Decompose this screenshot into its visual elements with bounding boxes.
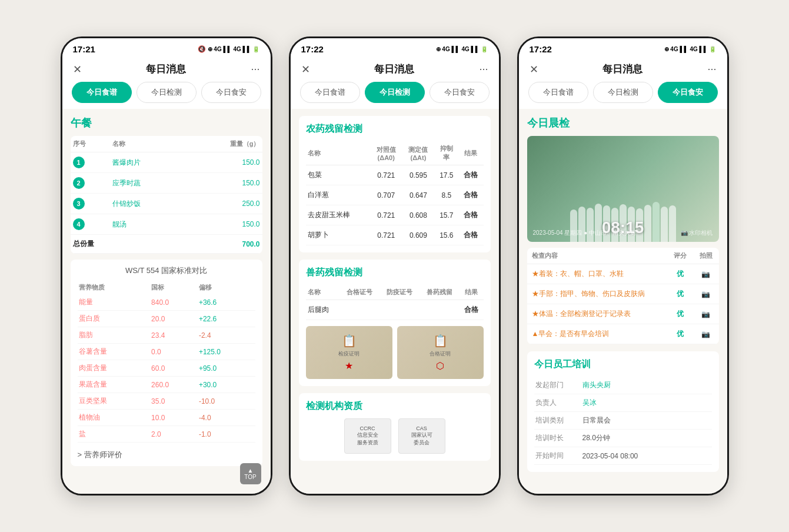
std-offset: -10.0 xyxy=(198,393,255,410)
time-3: 17:22 xyxy=(530,44,552,54)
cert-logos: CCRC信息安全服务资质 CAS国家认可委员会 xyxy=(306,418,484,454)
p-col-name: 名称 xyxy=(306,141,370,165)
more-icon-3[interactable]: ··· xyxy=(707,63,716,75)
check-row: ★手部：指甲、饰物、伤口及皮肤病 优 📷 xyxy=(527,284,719,304)
meal-name: 靓汤 xyxy=(110,214,184,235)
tab-detect-1[interactable]: 今日检测 xyxy=(137,82,197,103)
v-cert xyxy=(339,300,379,320)
p-ref: 0.721 xyxy=(370,225,402,245)
header-title-3: 每日消息 xyxy=(602,62,642,76)
tab-safety-2[interactable]: 今日食安 xyxy=(430,82,490,103)
std-name: 豆类坚果 xyxy=(78,393,151,410)
check-table: 检查内容 评分 拍照 ★着装：衣、帽、口罩、水鞋 优 📷 ★手部：指甲、饰物、伤… xyxy=(527,248,719,344)
p-inhibit: 15.7 xyxy=(434,205,458,225)
tab-recipe-1[interactable]: 今日食谱 xyxy=(72,82,132,103)
tab-recipe-3[interactable]: 今日食谱 xyxy=(528,82,588,103)
content-2: 农药残留检测 名称 对照值(ΔA0) 测定值(ΔAt) 抑制率 结果 包菜 0.… xyxy=(291,109,499,494)
p-name: 包菜 xyxy=(306,165,370,185)
std-row: 蛋白质 20.0 +22.6 xyxy=(78,311,255,327)
p-name: 胡萝卜 xyxy=(306,225,370,245)
std-offset: +125.0 xyxy=(198,344,255,360)
p-ref: 0.721 xyxy=(370,165,402,185)
time-2: 17:22 xyxy=(301,44,324,54)
std-national: 23.4 xyxy=(150,327,198,344)
std-name: 果蔬含量 xyxy=(78,377,151,393)
meal-weight: 150.0 xyxy=(184,152,262,173)
p-col-inhib: 抑制率 xyxy=(434,141,458,165)
top-button-1[interactable]: ▲TOP xyxy=(240,463,261,484)
std-row: 果蔬含量 260.0 +30.0 xyxy=(78,377,255,393)
p-inhibit: 8.5 xyxy=(434,185,458,205)
std-national: 35.0 xyxy=(150,393,198,410)
header-1: ✕ 每日消息 ··· xyxy=(62,58,271,82)
cert-logo-2: CAS国家认可委员会 xyxy=(398,418,445,454)
detect-images: 📋 检疫证明 ★ 📋 合格证明 ⬡ xyxy=(306,326,484,379)
tabs-3: 今日食谱 今日检测 今日食安 xyxy=(519,82,727,109)
std-name: 肉蛋含量 xyxy=(78,360,151,377)
p-result: 合格 xyxy=(458,205,483,225)
training-label: 负责人 xyxy=(534,394,581,412)
training-value: 日常晨会 xyxy=(581,412,712,430)
tab-recipe-2[interactable]: 今日食谱 xyxy=(300,82,360,103)
content-3: 今日晨检 08:15 xyxy=(519,109,727,494)
status-bar-1: 17:21 🔇 ⊕ 4G ▌▌ 4G ▌▌ 🔋 xyxy=(62,38,271,58)
meal-name: 应季时蔬 xyxy=(110,173,184,194)
v-col-result: 结果 xyxy=(460,285,484,300)
std-name: 蛋白质 xyxy=(78,311,151,327)
status-icons-1: 🔇 ⊕ 4G ▌▌ 4G ▌▌ 🔋 xyxy=(198,45,260,53)
close-icon-2[interactable]: ✕ xyxy=(301,63,310,76)
tab-safety-3[interactable]: 今日食安 xyxy=(658,82,718,103)
meal-name: 什锦炒饭 xyxy=(110,194,184,214)
status-bar-2: 17:22 ⊕ 4G ▌▌ 4G ▌▌ 🔋 xyxy=(291,38,499,58)
std-national: 260.0 xyxy=(150,377,198,393)
status-bar-3: 17:22 ⊕ 4G ▌▌ 4G ▌▌ 🔋 xyxy=(519,38,727,58)
p-measured: 0.609 xyxy=(402,225,435,245)
more-icon-1[interactable]: ··· xyxy=(251,63,259,75)
check-photo: 📷 xyxy=(693,264,719,284)
cert-section: 检测机构资质 CCRC信息安全服务资质 CAS国家认可委员会 xyxy=(299,393,491,461)
meal-row: 1 酱爆肉片 150.0 xyxy=(71,152,262,173)
p-result: 合格 xyxy=(458,165,483,185)
training-value: 2023-05-04 08:00 xyxy=(581,447,712,465)
tab-safety-1[interactable]: 今日食安 xyxy=(201,82,261,103)
more-icon-2[interactable]: ··· xyxy=(479,63,488,75)
check-row: ★体温：全部检测登记于记录表 优 📷 xyxy=(527,304,719,324)
standard-title: WS/T 554 国家标准对比 xyxy=(78,265,255,276)
tab-detect-3[interactable]: 今日检测 xyxy=(593,82,653,103)
close-icon-3[interactable]: ✕ xyxy=(530,63,538,76)
check-score: 优 xyxy=(667,304,693,324)
check-label: ★体温：全部检测登记于记录表 xyxy=(527,304,668,324)
phone-3: 17:22 ⊕ 4G ▌▌ 4G ▌▌ 🔋 ✕ 每日消息 ··· 今日食谱 今日… xyxy=(517,36,729,496)
meal-weight: 250.0 xyxy=(184,194,262,214)
nutrition-eval[interactable]: > 营养师评价 xyxy=(78,450,255,460)
pesticide-row: 包菜 0.721 0.595 17.5 合格 xyxy=(306,165,484,185)
std-row: 豆类坚果 35.0 -10.0 xyxy=(78,393,255,410)
std-offset: +36.6 xyxy=(198,294,255,311)
col-weight: 重量（g） xyxy=(184,136,262,152)
standard-section: WS/T 554 国家标准对比 营养物质 国标 偏移 能量 840.0 +36.… xyxy=(71,260,262,466)
meal-table: 序号 名称 重量（g） 1 酱爆肉片 150.0 2 应季时蔬 150.0 3 … xyxy=(71,136,262,254)
pesticide-row: 胡萝卜 0.721 0.609 15.6 合格 xyxy=(306,225,484,245)
p-col-ref: 对照值(ΔA0) xyxy=(370,141,402,165)
cert-section-title: 检测机构资质 xyxy=(306,400,484,413)
training-label: 开始时间 xyxy=(534,447,581,465)
close-icon-1[interactable]: ✕ xyxy=(73,63,82,76)
std-national: 10.0 xyxy=(150,410,198,426)
cert-image-1: 📋 检疫证明 ★ xyxy=(306,326,392,379)
phones-container: 17:21 🔇 ⊕ 4G ▌▌ 4G ▌▌ 🔋 ✕ 每日消息 ··· 今日食谱 … xyxy=(61,36,729,496)
tab-detect-2[interactable]: 今日检测 xyxy=(365,82,425,103)
training-table: 发起部门 南头央厨 负责人 吴冰 培训类别 日常晨会 培训时长 28.0分钟 开… xyxy=(534,377,712,465)
std-name: 谷薯含量 xyxy=(78,344,151,360)
check-row: ▲早会：是否有早会培训 优 📷 xyxy=(527,324,719,344)
training-row: 发起部门 南头央厨 xyxy=(534,377,712,394)
std-national: 2.0 xyxy=(150,426,198,443)
std-offset: -4.0 xyxy=(198,410,255,426)
p-ref: 0.721 xyxy=(370,205,402,225)
std-col-offset: 偏移 xyxy=(198,281,255,294)
training-value: 南头央厨 xyxy=(581,377,712,394)
phone-1: 17:21 🔇 ⊕ 4G ▌▌ 4G ▌▌ 🔋 ✕ 每日消息 ··· 今日食谱 … xyxy=(61,36,272,496)
v-name: 后腿肉 xyxy=(306,300,339,320)
training-row: 培训类别 日常晨会 xyxy=(534,412,712,430)
header-2: ✕ 每日消息 ··· xyxy=(291,58,499,82)
std-name: 盐 xyxy=(78,426,151,443)
